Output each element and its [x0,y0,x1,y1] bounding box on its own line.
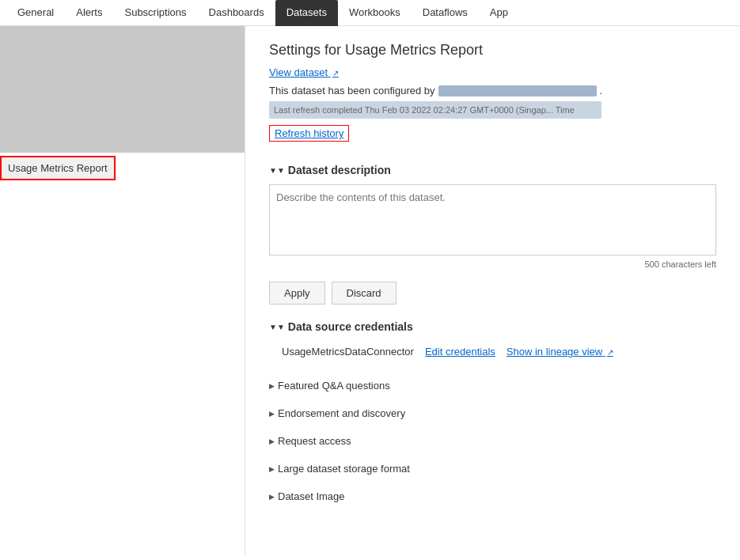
char-count: 500 characters left [269,259,716,269]
tab-app[interactable]: App [479,0,519,26]
collapsible-header-large-dataset[interactable]: Large dataset storage format [269,458,716,479]
collapsible-header-featured-qa[interactable]: Featured Q&A questions [269,375,716,396]
data-source-credentials-section: ▼ Data source credentials UsageMetricsDa… [269,320,716,362]
section-large-dataset: Large dataset storage format [269,458,716,479]
triangle-icon-dataset-image [269,493,275,501]
refresh-history-button[interactable]: Refresh history [269,125,349,142]
show-lineage-link[interactable]: Show in lineage view ↗ [507,346,613,358]
section-endorsement: Endorsement and discovery [269,403,716,424]
triangle-icon-large-dataset [269,465,275,473]
apply-button[interactable]: Apply [269,282,325,305]
configured-by-prefix: This dataset has been configured by [269,85,435,96]
discard-button[interactable]: Discard [332,282,397,305]
collapsible-header-request-access[interactable]: Request access [269,430,716,452]
edit-credentials-link[interactable]: Edit credentials [425,346,495,358]
tab-subscriptions[interactable]: Subscriptions [113,0,197,26]
section-featured-qa: Featured Q&A questions [269,375,716,396]
last-refresh-info: Last refresh completed Thu Feb 03 2022 0… [269,101,601,119]
section-request-access: Request access [269,430,716,452]
description-arrow-icon: ▼ [269,166,285,175]
tab-alerts[interactable]: Alerts [65,0,113,26]
sidebar-item-label[interactable]: Usage Metrics Report [0,156,116,180]
dataset-description-section: ▼ Dataset description 500 characters lef… [269,164,716,269]
sidebar-item-usage-metrics[interactable]: Usage Metrics Report [0,153,245,180]
tab-dashboards[interactable]: Dashboards [198,0,275,26]
main-layout: Usage Metrics Report Settings for Usage … [0,26,740,556]
tab-datasets[interactable]: Datasets [275,0,338,26]
content-panel: Settings for Usage Metrics Report View d… [245,26,740,556]
external-link-icon: ↗ [332,69,339,78]
section-label-featured-qa: Featured Q&A questions [278,380,390,392]
credentials-row: UsageMetricsDataConnector Edit credentia… [269,341,716,362]
collapsible-header-endorsement[interactable]: Endorsement and discovery [269,403,716,424]
section-label-dataset-image: Dataset Image [278,490,345,502]
action-buttons: Apply Discard [269,282,716,305]
configured-by-value [438,85,597,96]
section-label-endorsement: Endorsement and discovery [278,407,405,419]
page-title: Settings for Usage Metrics Report [269,42,716,59]
section-label-request-access: Request access [278,435,351,447]
section-dataset-image: Dataset Image [269,486,716,507]
tab-workbooks[interactable]: Workbooks [338,0,412,26]
collapsible-header-dataset-image[interactable]: Dataset Image [269,486,716,507]
triangle-icon-endorsement [269,410,275,418]
configured-by-suffix: . [600,85,603,96]
thumbnail [0,26,245,153]
data-source-credentials-header[interactable]: ▼ Data source credentials [269,320,716,333]
credentials-arrow-icon: ▼ [269,323,285,331]
description-textarea[interactable] [269,184,716,255]
triangle-icon-featured-qa [269,382,275,390]
collapsible-sections: Featured Q&A questionsEndorsement and di… [269,375,716,507]
tab-general[interactable]: General [6,0,65,26]
view-dataset-link[interactable]: View dataset ↗ [269,66,339,78]
connector-name: UsageMetricsDataConnector [282,346,414,358]
tab-dataflows[interactable]: Dataflows [412,0,479,26]
sidebar: Usage Metrics Report [0,26,245,556]
dataset-description-header[interactable]: ▼ Dataset description [269,164,716,176]
lineage-external-icon: ↗ [607,348,613,357]
triangle-icon-request-access [269,437,275,445]
info-bar-row: Last refresh completed Thu Feb 03 2022 0… [269,101,716,119]
top-navigation: General Alerts Subscriptions Dashboards … [0,0,740,26]
section-label-large-dataset: Large dataset storage format [278,463,410,475]
configured-by-row: This dataset has been configured by . [269,85,716,96]
